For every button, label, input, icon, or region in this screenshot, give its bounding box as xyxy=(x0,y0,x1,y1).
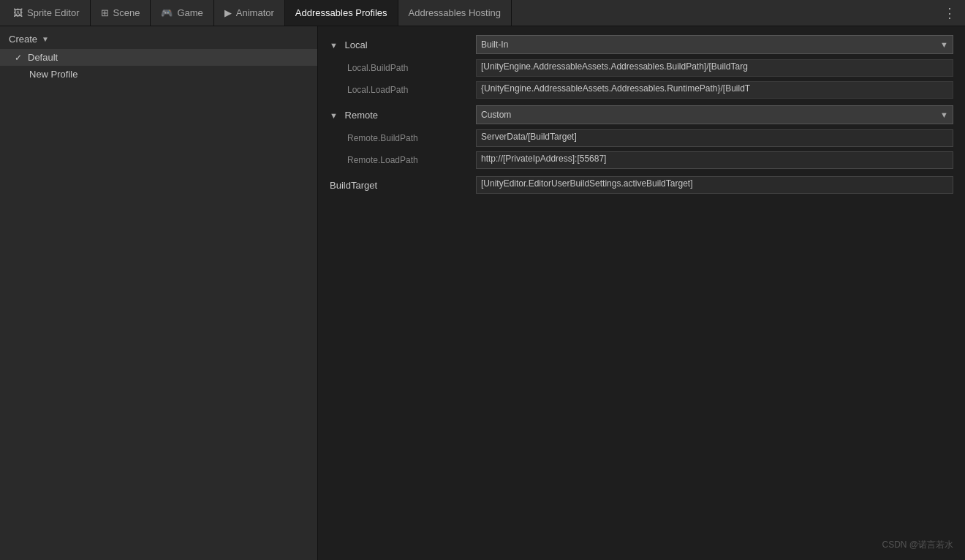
local-section-header: ▼ Local xyxy=(330,39,476,50)
remote-load-path-row: Remote.LoadPath http://[PrivateIpAddress… xyxy=(330,151,953,170)
tab-bar: 🖼 Sprite Editor ⊞ Scene 🎮 Game ▶ Animato… xyxy=(0,0,965,26)
sidebar: Create ▼ ✓ Default New Profile xyxy=(0,26,318,560)
more-tabs-button[interactable]: ⋮ xyxy=(934,0,965,26)
tab-sprite-editor[interactable]: 🖼 Sprite Editor xyxy=(3,0,91,26)
game-icon: 🎮 xyxy=(161,7,173,18)
local-dropdown[interactable]: Built-In ▼ xyxy=(476,35,953,54)
local-build-path-label: Local.BuildPath xyxy=(330,63,476,73)
build-target-value[interactable]: [UnityEditor.EditorUserBuildSettings.act… xyxy=(476,176,953,194)
main-layout: Create ▼ ✓ Default New Profile ▼ Local B… xyxy=(0,26,965,560)
remote-section-header: ▼ Remote xyxy=(330,110,476,121)
scene-icon: ⊞ xyxy=(101,7,109,18)
remote-arrow-icon: ▼ xyxy=(330,111,338,120)
remote-load-path-value[interactable]: http://[PrivateIpAddress]:[55687] xyxy=(476,151,953,169)
create-arrow-icon: ▼ xyxy=(42,35,49,43)
remote-section: ▼ Remote Custom ▼ Remote.BuildPath Serve… xyxy=(330,105,953,170)
remote-build-path-row: Remote.BuildPath ServerData/[BuildTarget… xyxy=(330,129,953,148)
animator-icon: ▶ xyxy=(224,7,232,18)
remote-load-path-label: Remote.LoadPath xyxy=(330,155,476,165)
remote-dropdown-chevron-icon: ▼ xyxy=(940,110,948,119)
build-target-label: BuildTarget xyxy=(330,180,476,191)
local-dropdown-chevron-icon: ▼ xyxy=(940,40,948,49)
watermark: CSDN @诺言若水 xyxy=(882,539,953,551)
sidebar-item-new-profile[interactable]: New Profile xyxy=(0,66,317,83)
local-build-path-value[interactable]: [UnityEngine.AddressableAssets.Addressab… xyxy=(476,59,953,77)
content-panel: ▼ Local Built-In ▼ Local.BuildPath [Unit… xyxy=(318,26,965,560)
local-load-path-value[interactable]: {UnityEngine.AddressableAssets.Addressab… xyxy=(476,81,953,99)
tab-addressables-hosting[interactable]: Addressables Hosting xyxy=(398,0,512,26)
local-arrow-icon: ▼ xyxy=(330,41,338,50)
local-section: ▼ Local Built-In ▼ Local.BuildPath [Unit… xyxy=(330,35,953,99)
tab-scene[interactable]: ⊞ Scene xyxy=(91,0,151,26)
sprite-editor-icon: 🖼 xyxy=(13,7,23,18)
local-build-path-row: Local.BuildPath [UnityEngine.Addressable… xyxy=(330,58,953,77)
checkmark-icon: ✓ xyxy=(15,53,22,63)
remote-build-path-value[interactable]: ServerData/[BuildTarget] xyxy=(476,129,953,147)
tab-game[interactable]: 🎮 Game xyxy=(151,0,213,26)
create-button[interactable]: Create ▼ xyxy=(0,29,317,49)
local-load-path-label: Local.LoadPath xyxy=(330,85,476,95)
local-header-row: ▼ Local Built-In ▼ xyxy=(330,35,953,54)
remote-dropdown[interactable]: Custom ▼ xyxy=(476,105,953,124)
local-load-path-row: Local.LoadPath {UnityEngine.AddressableA… xyxy=(330,80,953,99)
sidebar-item-default[interactable]: ✓ Default xyxy=(0,49,317,66)
remote-header-row: ▼ Remote Custom ▼ xyxy=(330,105,953,124)
tab-addressables-profiles[interactable]: Addressables Profiles xyxy=(285,0,398,26)
tab-animator[interactable]: ▶ Animator xyxy=(214,0,285,26)
build-target-row: BuildTarget [UnityEditor.EditorUserBuild… xyxy=(330,175,953,194)
remote-build-path-label: Remote.BuildPath xyxy=(330,133,476,143)
